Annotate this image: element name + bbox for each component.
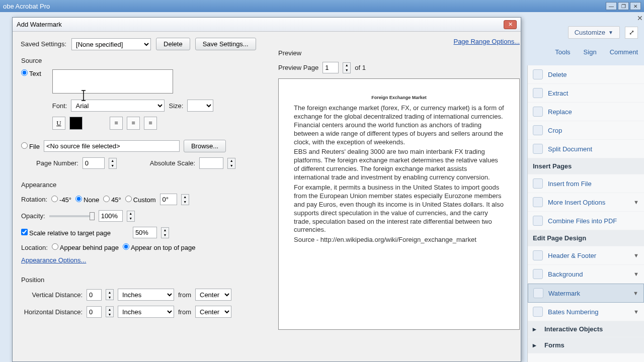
preview-page-spinner[interactable]: ▲▼ <box>343 62 351 73</box>
chevron-down-icon: ▼ <box>633 309 639 315</box>
tab-sign[interactable]: Sign <box>581 46 600 58</box>
underline-button[interactable]: U <box>52 117 65 130</box>
dialog-titlebar: Add Watermark ✕ <box>13 18 521 32</box>
font-select[interactable]: Arial <box>71 100 165 112</box>
doc-paragraph: The foreign exchange market (forex, FX, … <box>294 104 504 146</box>
align-center-button[interactable]: ≡ <box>127 117 140 130</box>
scale-relative-input[interactable] <box>133 227 157 238</box>
opacity-input[interactable] <box>99 210 123 222</box>
from-label-2: from <box>178 308 191 316</box>
location-label: Location: <box>21 244 48 251</box>
align-right-button[interactable]: ≡ <box>144 117 157 130</box>
vdist-from-select[interactable]: Center <box>195 289 231 301</box>
location-behind-radio[interactable]: Appear behind page <box>52 243 119 251</box>
watermark-text-input[interactable] <box>52 69 173 94</box>
vertical-distance-input[interactable] <box>87 289 102 301</box>
rotation-none-radio[interactable]: None <box>75 196 99 204</box>
rotation-45-radio[interactable]: 45° <box>103 196 121 204</box>
sidebar-heading-design: Edit Page Design <box>528 230 644 246</box>
source-file-radio[interactable]: File <box>21 142 40 150</box>
saved-settings-select[interactable]: [None specified] <box>71 38 151 50</box>
vdist-unit-select[interactable]: Inches <box>118 289 174 301</box>
extract-icon <box>533 88 543 98</box>
vdist-spinner[interactable]: ▲▼ <box>106 289 114 300</box>
chevron-down-icon: ▼ <box>633 252 639 258</box>
sidebar-item-background[interactable]: Background▼ <box>528 265 644 284</box>
chevron-down-icon: ▼ <box>608 30 613 35</box>
delete-settings-button[interactable]: Delete <box>156 38 190 50</box>
doc-paragraph: EBS and Reuters' dealing 3000 are two ma… <box>294 148 504 182</box>
page-range-options-link[interactable]: Page Range Options... <box>453 38 520 45</box>
replace-icon <box>533 107 543 117</box>
size-select[interactable] <box>187 100 213 112</box>
source-heading: Source <box>21 57 272 64</box>
opacity-slider[interactable] <box>49 215 95 217</box>
rotation-spinner[interactable]: ▲▼ <box>181 194 189 205</box>
preview-page-label: Preview Page <box>278 64 318 71</box>
preview-heading: Preview <box>278 49 520 57</box>
opacity-label: Opacity: <box>21 212 45 220</box>
split-icon <box>533 144 543 154</box>
page-number-input[interactable] <box>83 157 105 169</box>
sidebar-item-crop[interactable]: Crop <box>528 121 644 140</box>
doc-title: Foreign Exchange Market <box>294 95 504 100</box>
hdist-from-select[interactable]: Center <box>195 306 231 318</box>
page-number-spinner[interactable]: ▲▼ <box>109 158 117 169</box>
expand-button[interactable]: ⤢ <box>625 27 638 39</box>
sidebar-item-bates[interactable]: Bates Numbering▼ <box>528 303 644 321</box>
rotation-m45-radio[interactable]: -45° <box>51 196 71 204</box>
appearance-options-link[interactable]: Appearance Options... <box>21 256 86 264</box>
browse-button[interactable]: Browse... <box>184 140 226 152</box>
hdist-unit-select[interactable]: Inches <box>118 306 174 318</box>
tab-tools[interactable]: Tools <box>552 46 573 58</box>
sidebar-heading-interactive[interactable]: ▸Interactive Objects <box>528 321 644 337</box>
maximize-button[interactable]: ❐ <box>618 2 629 10</box>
save-settings-button[interactable]: Save Settings... <box>195 38 256 50</box>
preview-of-label: of 1 <box>355 64 366 71</box>
horizontal-distance-input[interactable] <box>87 306 102 318</box>
source-text-radio[interactable]: Text <box>21 69 41 77</box>
sidebar-item-delete[interactable]: Delete <box>528 65 644 84</box>
app-title: obe Acrobat Pro <box>3 3 50 10</box>
sidebar-heading-forms[interactable]: ▸Forms <box>528 337 644 353</box>
dialog-title: Add Watermark <box>17 21 62 28</box>
absolute-scale-label: Absolute Scale: <box>150 159 195 167</box>
sidebar-item-split[interactable]: Split Document <box>528 140 644 158</box>
preview-page-input[interactable] <box>323 62 339 73</box>
dialog-close-button[interactable]: ✕ <box>504 20 517 29</box>
sidebar-heading-insert: Insert Pages <box>528 158 644 174</box>
absolute-scale-spinner[interactable]: ▲▼ <box>227 158 235 169</box>
source-file-field[interactable] <box>44 140 180 152</box>
hdist-spinner[interactable]: ▲▼ <box>106 306 114 317</box>
rotation-value-input[interactable] <box>160 194 177 205</box>
more-insert-icon <box>533 197 543 207</box>
location-top-radio[interactable]: Appear on top of page <box>123 243 196 251</box>
header-footer-icon <box>533 250 543 260</box>
sidebar-item-insert-file[interactable]: Insert from File <box>528 174 644 193</box>
insert-file-icon <box>533 178 543 189</box>
sidebar-item-replace[interactable]: Replace <box>528 103 644 121</box>
customize-button[interactable]: Customize ▼ <box>568 26 620 39</box>
delete-icon <box>533 69 543 79</box>
sidebar-item-extract[interactable]: Extract <box>528 84 644 103</box>
doc-close-icon[interactable]: ✕ <box>637 14 643 22</box>
doc-source: Source - http://en.wikipedia.org/wiki/Fo… <box>294 236 504 244</box>
sidebar-item-header-footer[interactable]: Header & Footer▼ <box>528 246 644 265</box>
absolute-scale-input[interactable] <box>199 157 223 169</box>
sidebar-item-combine[interactable]: Combine Files into PDF <box>528 212 644 230</box>
sidebar-item-watermark[interactable]: Watermark▼ <box>528 284 644 303</box>
app-titlebar: obe Acrobat Pro — ❐ ✕ <box>0 0 644 12</box>
scale-relative-checkbox[interactable]: Scale relative to target page <box>21 229 111 237</box>
rotation-custom-radio[interactable]: Custom <box>125 196 156 204</box>
align-left-button[interactable]: ≡ <box>110 117 123 130</box>
chevron-down-icon: ▼ <box>633 199 639 205</box>
opacity-spinner[interactable]: ▲▼ <box>127 211 135 222</box>
text-color-button[interactable] <box>69 117 83 130</box>
crop-icon <box>533 125 543 135</box>
tab-comment[interactable]: Comment <box>607 46 641 58</box>
minimize-button[interactable]: — <box>606 2 617 10</box>
sidebar-item-more-insert[interactable]: More Insert Options▼ <box>528 193 644 212</box>
scale-spinner[interactable]: ▲▼ <box>161 227 169 238</box>
app-close-button[interactable]: ✕ <box>630 2 641 10</box>
watermark-icon <box>533 288 543 298</box>
